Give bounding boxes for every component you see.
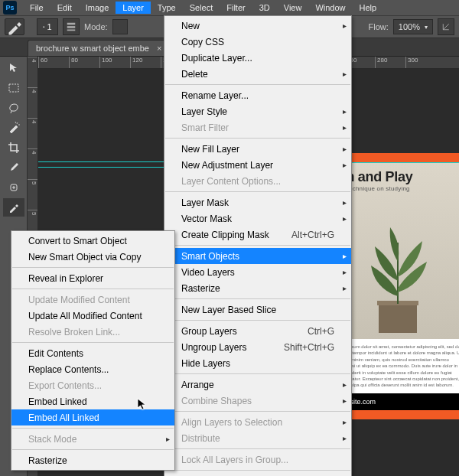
- smart-menu-item: Stack Mode▸: [11, 431, 174, 447]
- smart-menu-item: Export Contents...: [11, 377, 174, 393]
- smart-menu-item[interactable]: New Smart Object via Copy: [11, 249, 174, 265]
- submenu-arrow-icon: ▸: [343, 396, 347, 405]
- menu-select[interactable]: Select: [183, 2, 220, 14]
- layer-menu-item[interactable]: New▸: [164, 18, 351, 34]
- menu-item-label: Video Layers: [181, 267, 235, 278]
- layer-menu-item[interactable]: New Adjustment Layer▸: [164, 157, 351, 173]
- smart-menu-item[interactable]: Embed Linked: [11, 393, 174, 409]
- menu-item-label: Embed All Linked: [28, 412, 99, 423]
- menu-item-label: Create Clipping Mask: [181, 230, 269, 240]
- crop-tool[interactable]: [3, 139, 24, 157]
- menu-item-label: Layer Mask: [181, 197, 229, 208]
- layer-menu-item[interactable]: Vector Mask▸: [164, 210, 351, 227]
- menu-help[interactable]: Help: [353, 2, 384, 14]
- mode-dropdown[interactable]: [112, 19, 128, 34]
- menu-item-label: Vector Mask: [181, 214, 232, 224]
- magic-wand-tool[interactable]: [3, 119, 24, 137]
- submenu-arrow-icon: ▸: [343, 198, 347, 207]
- layer-menu: New▸Copy CSSDuplicate Layer...Delete▸Ren…: [164, 15, 352, 476]
- svg-rect-3: [9, 84, 18, 92]
- menu-item-label: New Adjustment Layer: [181, 160, 273, 171]
- app-logo: Ps: [3, 1, 17, 15]
- submenu-arrow-icon: ▸: [343, 284, 347, 292]
- smart-menu-item[interactable]: Replace Contents...: [11, 361, 174, 377]
- menu-item-label: Duplicate Layer...: [181, 53, 252, 64]
- layer-menu-item[interactable]: New Layer Based Slice: [164, 302, 351, 318]
- submenu-arrow-icon: ▸: [343, 418, 347, 426]
- menu-item-label: Smart Filter: [181, 122, 229, 133]
- submenu-arrow-icon: ▸: [343, 145, 347, 153]
- menu-item-label: Rasterize: [28, 455, 67, 466]
- brush-panel-toggle[interactable]: [63, 18, 80, 35]
- layer-menu-item[interactable]: Copy CSS: [164, 34, 351, 50]
- menu-3d[interactable]: 3D: [252, 2, 277, 14]
- smart-menu-item[interactable]: Embed All Linked: [11, 409, 174, 425]
- layer-menu-item[interactable]: Video Layers▸: [164, 264, 351, 280]
- document-tab-title: brochure w smart object embe: [36, 44, 149, 53]
- menu-edit[interactable]: Edit: [50, 2, 79, 14]
- layer-menu-item[interactable]: Hide Layers: [164, 355, 351, 371]
- document-tab[interactable]: brochure w smart object embe ×: [28, 40, 176, 56]
- layer-menu-item[interactable]: Duplicate Layer...: [164, 50, 351, 66]
- svg-rect-2: [67, 30, 76, 31]
- layer-menu-item[interactable]: Create Clipping MaskAlt+Ctrl+G: [164, 227, 351, 243]
- layer-menu-item[interactable]: Delete▸: [164, 66, 351, 82]
- menu-item-label: Replace Contents...: [28, 364, 109, 375]
- menu-item-label: Delete: [181, 69, 208, 80]
- menu-file[interactable]: File: [23, 2, 50, 14]
- menu-item-label: Resolve Broken Link...: [28, 327, 120, 337]
- layer-menu-item[interactable]: Arrange▸: [164, 377, 351, 393]
- menu-view[interactable]: View: [277, 2, 309, 14]
- menu-item-label: Distribute: [181, 433, 220, 444]
- menu-type[interactable]: Type: [151, 2, 183, 14]
- layer-menu-item: Layer Content Options...: [164, 173, 351, 189]
- lasso-tool[interactable]: [3, 99, 24, 117]
- menu-item-label: Edit Contents: [28, 348, 83, 359]
- smart-menu-item[interactable]: Update All Modified Content: [11, 308, 174, 324]
- menu-item-label: New: [181, 21, 200, 31]
- menu-shortcut: Alt+Ctrl+G: [291, 230, 334, 240]
- healing-tool[interactable]: [3, 178, 24, 197]
- submenu-arrow-icon: ▸: [343, 123, 347, 132]
- layer-menu-item[interactable]: Smart Objects▸: [164, 248, 351, 264]
- smart-menu-item[interactable]: Edit Contents: [11, 345, 174, 361]
- menu-item-label: Rename Layer...: [181, 90, 249, 101]
- menu-window[interactable]: Window: [308, 2, 352, 14]
- smart-menu-item[interactable]: Reveal in Explorer: [11, 270, 174, 286]
- smart-objects-submenu: Convert to Smart ObjectNew Smart Object …: [11, 230, 175, 471]
- layer-menu-item[interactable]: Rasterize▸: [164, 280, 351, 296]
- brush-tool[interactable]: [3, 198, 24, 217]
- move-tool[interactable]: [3, 59, 24, 77]
- layer-menu-item[interactable]: Rename Layer...: [164, 87, 351, 103]
- submenu-arrow-icon: ▸: [343, 21, 347, 30]
- menu-item-label: Ungroup Layers: [181, 342, 246, 353]
- submenu-arrow-icon: ▸: [343, 268, 347, 276]
- menu-item-label: Reveal in Explorer: [28, 273, 103, 284]
- menu-item-label: Embed Linked: [28, 396, 87, 407]
- smart-menu-item: Update Modified Content: [11, 292, 174, 308]
- flow-field[interactable]: 100%▾: [393, 19, 433, 34]
- submenu-arrow-icon: ▸: [343, 214, 347, 223]
- layer-menu-item: Smart Filter▸: [164, 119, 351, 135]
- layer-menu-item[interactable]: Layer Mask▸: [164, 194, 351, 210]
- menu-image[interactable]: Image: [79, 2, 116, 14]
- marquee-tool[interactable]: [3, 79, 24, 97]
- close-icon[interactable]: ×: [157, 44, 161, 53]
- smart-menu-item[interactable]: Convert to Smart Object: [11, 233, 174, 249]
- layer-menu-item[interactable]: Group LayersCtrl+G: [164, 323, 351, 339]
- menu-layer[interactable]: Layer: [116, 2, 151, 14]
- submenu-arrow-icon: ▸: [343, 380, 347, 389]
- current-tool-icon[interactable]: [5, 18, 24, 35]
- menu-item-label: Update Modified Content: [28, 295, 130, 305]
- layer-menu-item[interactable]: Link Layers: [164, 473, 351, 476]
- eyedropper-tool[interactable]: [3, 158, 24, 177]
- brush-size-field[interactable]: • 1: [37, 18, 58, 35]
- smart-menu-item[interactable]: Rasterize: [11, 452, 174, 468]
- submenu-arrow-icon: ▸: [343, 107, 347, 116]
- menu-filter[interactable]: Filter: [220, 2, 252, 14]
- airbrush-toggle[interactable]: [438, 18, 454, 35]
- layer-menu-item[interactable]: New Fill Layer▸: [164, 141, 351, 157]
- layer-menu-item[interactable]: Layer Style▸: [164, 103, 351, 119]
- smart-menu-item: Resolve Broken Link...: [11, 324, 174, 340]
- layer-menu-item[interactable]: Ungroup LayersShift+Ctrl+G: [164, 339, 351, 355]
